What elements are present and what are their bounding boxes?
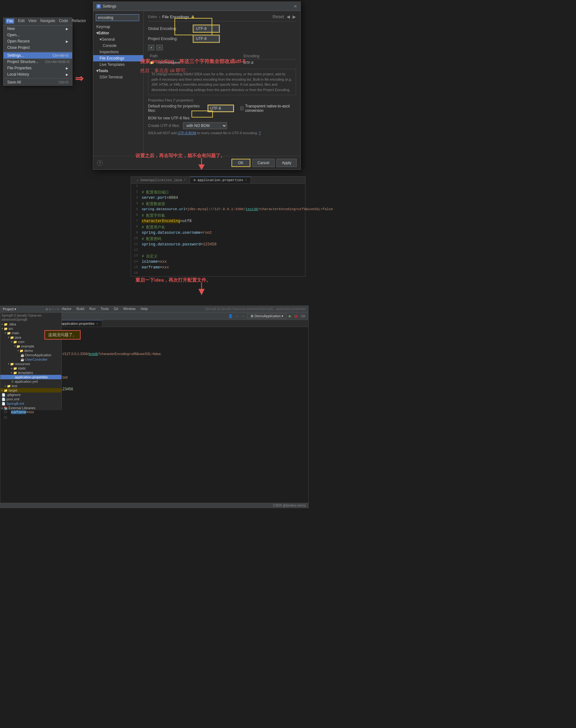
cancel-button[interactable]: Cancel [252,159,275,167]
default-encoding-highlight: UTF-8 [207,105,234,112]
tree-label-src: src [8,327,13,331]
tree-item-templates[interactable]: ▸ 📁 templates [0,370,61,375]
toolbar-git-info: Git: [301,314,306,318]
code-line: 9spring.datasource.username=root [131,230,305,236]
ide-menu-run[interactable]: Run [89,307,95,311]
tree-item-test[interactable]: ▸ 📁 test [0,384,61,388]
create-utf8-select[interactable]: with NO BOM [183,122,227,129]
file-dropdown: New ▶ Open... Open Recent ▶ Close Projec… [3,25,73,86]
close-tab-demo[interactable]: × [184,178,186,182]
menu-item-file-properties[interactable]: File Properties ▶ [3,65,72,71]
bom-link[interactable]: UTF-8 BOM [178,131,196,135]
sidebar-item-editor[interactable]: ▾ Editor [93,30,143,36]
ide-menu-help[interactable]: Help [140,307,148,311]
tree-item-app-yml[interactable]: ⚙ application.yml [0,379,61,384]
tree-item-springb[interactable]: 📄 SpringB.iml [0,401,61,406]
toolbar-run-select[interactable]: 🖥 DemoApplication ▾ [247,313,286,319]
settings-title-icon: ⚙ [96,4,101,8]
menu-item-close-project[interactable]: Close Project [3,45,72,51]
sidebar-item-live-templates[interactable]: Live Templates [93,61,143,68]
menu-item-local-history[interactable]: Local History ▶ [3,71,72,78]
menu-navigate[interactable]: Navigate [40,19,55,24]
close-tab-props[interactable]: × [245,178,247,182]
tree-label-com: com [18,340,25,344]
sidebar-item-file-encodings[interactable]: File Encodings [93,55,143,61]
tree-label-example: example [21,344,34,348]
sidebar-item-inspections[interactable]: Inspections [93,49,143,55]
menu-file[interactable]: File [6,19,14,24]
menu-code[interactable]: Code [59,19,68,24]
menu-edit[interactable]: Edit [18,19,25,24]
tree-label-app-props: application.properties [15,375,48,379]
instruction-text-4: 重启一下idea，再次打开配置文件。 [136,277,211,283]
tree-item-resources[interactable]: ▾ 📁 resources [0,362,61,366]
tree-item-demo[interactable]: ▾ 📁 demo [0,348,61,353]
menu-item-save-all[interactable]: Save All Ctrl+S [3,79,72,85]
ide-menu-tools[interactable]: Tools [101,307,109,311]
menu-refactor[interactable]: Refactor [72,19,86,24]
sidebar-item-ssh[interactable]: SSH Terminal [93,74,143,80]
sidebar-inspections-label: Inspections [99,50,119,54]
tree-item-pom[interactable]: 📄 pom.xml [0,397,61,401]
project-panel: Project ▾ ⚙ ≡ ÷ − × SpringB G:\java练习\ja… [0,306,62,410]
sidebar-item-general[interactable]: ▾ General [93,36,143,43]
help-button[interactable]: ? [97,160,103,166]
code-editor-1: ☕ DemoApplication.java × ⚙ application.p… [131,176,306,277]
breadcrumb-sep: › [159,15,160,19]
tree-item-com[interactable]: ▾ 📁 com [0,340,61,344]
code-line: 12 [131,248,305,253]
menu-item-open-recent[interactable]: Open Recent ▶ [3,38,72,45]
menu-item-settings[interactable]: Settings... Ctrl+Alt+S [3,52,72,59]
apply-button[interactable]: Apply [277,159,297,167]
menu-item-open[interactable]: Open... [3,32,72,38]
ide-menu-build[interactable]: Build [77,307,84,311]
tree-item-app-props[interactable]: ⚙ application.properties [0,375,61,379]
dialog-close-button[interactable]: ✕ [293,4,297,9]
transparent-checkbox[interactable] [240,107,243,110]
settings-nav-back[interactable]: ◀ [287,14,290,19]
toolbar-profile[interactable]: 👤 [228,314,233,318]
ide-menu-git[interactable]: Git [114,307,118,311]
menu-bar: File Edit View Navigate Code Refactor [3,17,73,25]
tree-item-idea[interactable]: ▸ 📁 .idea [0,322,61,326]
project-encoding-label: Project Encoding: [148,36,189,41]
bom-learn-more[interactable]: ? [259,131,261,135]
bom-note: IDEA will NOT add UTF-8 BOM to every cre… [148,131,296,135]
sidebar-tools-label: Tools [98,69,108,73]
ok-button[interactable]: OK [231,159,250,167]
props-icon-1: ⚙ [194,178,196,182]
project-encoding-select[interactable]: UTF-8 [194,36,219,42]
tree-item-user-ctrl[interactable]: ☕ UserController [0,357,61,362]
tree-item-gitignore[interactable]: 📄 .gitignore [0,393,61,397]
menu-item-new[interactable]: New ▶ [3,26,72,32]
tree-item-example[interactable]: ▾ 📁 example [0,344,61,348]
default-encoding-select[interactable]: UTF-8 [208,105,233,112]
tree-item-demo-app[interactable]: ☕ DemoApplication [0,353,61,357]
sidebar-item-console[interactable]: Console [93,43,143,49]
remove-encoding-button[interactable]: − [156,45,163,50]
ide-menu-window[interactable]: Window [123,307,136,311]
editor-tab-demo[interactable]: ☕ DemoApplication.java × [133,177,190,183]
menu-item-project-structure[interactable]: Project Structure... Ctrl+Alt+Shift+S [3,59,72,65]
close-ide-tab-props[interactable]: × [96,322,98,326]
settings-search-input[interactable]: encoding [96,14,139,21]
toolbar-run-btn[interactable]: ▶ [289,314,291,318]
editor-tab-props[interactable]: ⚙ application.properties × [190,177,251,183]
toolbar-debug-btn[interactable]: 🐞 [294,314,298,318]
tree-item-target[interactable]: ▸ 📁 target [0,388,61,393]
sidebar-item-keymap[interactable]: Keymap [93,24,143,30]
toolbar-back[interactable]: ← [235,314,239,318]
settings-reset-button[interactable]: Reset [272,14,284,19]
global-encoding-select[interactable]: UTF-8 [194,26,219,32]
sidebar-item-tools[interactable]: ▾ Tools [93,68,143,74]
code-line: 15earframe=xxx [131,265,305,271]
tree-item-ext-libs[interactable]: ▸ 📚 External Libraries [0,406,61,410]
settings-nav-fwd[interactable]: ▶ [293,14,296,19]
add-encoding-button[interactable]: + [148,45,154,50]
tree-item-static[interactable]: ▸ 📁 static [0,366,61,370]
toolbar-forward[interactable]: → [241,314,245,318]
settings-header-title: Editor › File Encodings 🔒 [148,15,195,19]
arrow-down-1 [186,158,217,177]
bom-title: BOM for new UTF-8 files [148,116,296,120]
menu-view[interactable]: View [28,19,36,24]
